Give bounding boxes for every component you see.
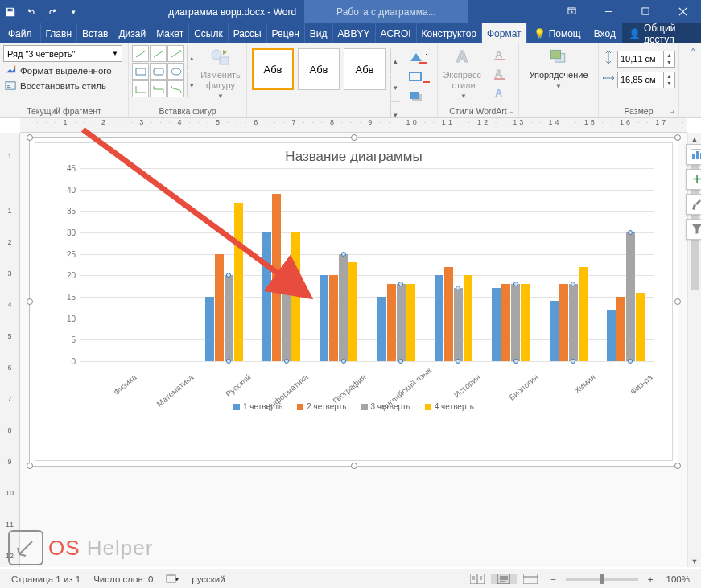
svg-rect-3 xyxy=(6,82,15,89)
chart-title[interactable]: Название диаграммы xyxy=(35,143,672,168)
tab-acroi[interactable]: ACROI xyxy=(376,23,417,43)
svg-text:A: A xyxy=(495,48,503,60)
horizontal-ruler[interactable]: · · · 1 · · · 2 · · · 3 · · · 4 · · · 5 … xyxy=(20,118,687,133)
page-indicator[interactable]: Страница 1 из 1 xyxy=(5,574,87,584)
tab-макет[interactable]: Макет xyxy=(151,23,189,43)
shape-fill-icon[interactable] xyxy=(406,50,432,66)
ribbon: Ряд "3 четверть"▼ Формат выделенного Вос… xyxy=(0,43,701,118)
shape-style-preset[interactable]: Абв xyxy=(344,48,386,90)
svg-point-2 xyxy=(14,66,15,68)
svg-rect-11 xyxy=(423,81,430,83)
tab-abbyy[interactable]: ABBYY xyxy=(333,23,376,43)
read-mode-icon[interactable] xyxy=(464,574,491,584)
svg-rect-10 xyxy=(410,72,421,80)
arrange-button[interactable]: Упорядочение▼ xyxy=(522,45,595,92)
svg-rect-26 xyxy=(167,575,175,582)
shape-style-preset[interactable]: Абв xyxy=(252,48,294,90)
tab-встав[interactable]: Встав xyxy=(77,23,113,43)
ribbon-options-icon[interactable] xyxy=(553,0,590,23)
maximize-icon[interactable] xyxy=(627,0,664,23)
tab-конструктор[interactable]: Конструктор xyxy=(417,23,482,43)
zoom-out-icon[interactable]: − xyxy=(544,574,563,584)
change-shape-icon xyxy=(210,47,231,68)
language-indicator[interactable]: русский xyxy=(185,574,231,584)
letter-a-icon: A xyxy=(453,47,474,68)
document-title: диаграмма ворд.docx - Word xyxy=(168,6,296,18)
watermark-logo: OS Helper xyxy=(8,530,153,565)
collapse-ribbon-icon[interactable]: ˄ xyxy=(679,43,701,117)
svg-rect-5 xyxy=(154,68,163,75)
titlebar: ▾ диаграмма ворд.docx - Word Работа с ди… xyxy=(0,0,701,23)
ribbon-tabs: Файл ГлавнВставДизайМакетСсылкРассыРецен… xyxy=(0,23,701,43)
tab-рассы[interactable]: Рассы xyxy=(229,23,267,43)
tab-file[interactable]: Файл xyxy=(0,23,41,43)
reset-style-button[interactable]: Восстановить стиль xyxy=(3,79,108,93)
person-icon: 👤 xyxy=(629,28,641,39)
width-icon xyxy=(602,71,615,88)
share-button[interactable]: 👤Общий доступ xyxy=(622,23,701,43)
close-icon[interactable] xyxy=(664,0,701,23)
web-layout-icon[interactable] xyxy=(517,574,544,584)
text-outline-icon: A xyxy=(489,66,515,82)
tab-формат[interactable]: Формат xyxy=(482,23,527,43)
svg-rect-23 xyxy=(696,151,699,159)
svg-rect-21 xyxy=(550,50,560,58)
svg-text:A: A xyxy=(456,48,468,66)
format-selection-button[interactable]: Формат выделенного xyxy=(3,64,113,77)
svg-rect-1 xyxy=(641,8,648,14)
change-shape-button: Изменить фигуру▼ xyxy=(198,45,243,101)
svg-rect-22 xyxy=(692,154,695,159)
svg-rect-16 xyxy=(494,59,505,60)
sign-in[interactable]: Вход xyxy=(588,28,622,39)
height-input[interactable]: 10,11 см▲▼ xyxy=(617,51,675,68)
chart-legend[interactable]: 1 четверть2 четверть3 четверть4 четверть xyxy=(35,402,672,411)
arrange-icon xyxy=(548,47,569,68)
redo-icon[interactable] xyxy=(43,2,62,22)
zoom-in-icon[interactable]: + xyxy=(641,574,660,584)
tab-главн[interactable]: Главн xyxy=(41,23,78,43)
tab-ссылк[interactable]: Ссылк xyxy=(189,23,229,43)
qa-customize-icon[interactable]: ▾ xyxy=(64,2,83,22)
text-fill-icon: A xyxy=(489,47,515,63)
chart-add-element-icon[interactable]: + xyxy=(686,169,701,190)
height-icon xyxy=(602,50,615,68)
zoom-slider[interactable] xyxy=(566,578,638,581)
svg-rect-4 xyxy=(136,68,146,75)
chart-styles-icon[interactable] xyxy=(686,194,701,215)
chart-layouts-icon[interactable] xyxy=(686,144,701,165)
svg-point-6 xyxy=(171,68,181,75)
shape-gallery[interactable] xyxy=(132,45,184,97)
tab-дизай[interactable]: Дизай xyxy=(113,23,151,43)
shape-effects-icon[interactable] xyxy=(406,88,432,105)
contextual-tab-title: Работа с диаграмма... xyxy=(304,0,468,23)
tab-вид[interactable]: Вид xyxy=(305,23,333,43)
svg-text:A: A xyxy=(495,87,503,99)
word-count[interactable]: Число слов: 0 xyxy=(87,574,159,584)
svg-rect-13 xyxy=(410,92,419,99)
spellcheck-icon[interactable] xyxy=(159,574,185,585)
svg-rect-8 xyxy=(220,57,229,64)
statusbar: Страница 1 из 1 Число слов: 0 русский − … xyxy=(0,569,701,588)
shape-outline-icon[interactable] xyxy=(406,69,432,85)
print-layout-icon[interactable] xyxy=(491,574,517,584)
width-input[interactable]: 16,85 см▲▼ xyxy=(617,72,675,88)
group-label: Текущий фрагмент xyxy=(3,105,125,117)
svg-rect-29 xyxy=(523,574,538,584)
save-icon[interactable] xyxy=(1,2,20,22)
chart-object[interactable]: Название диаграммы 051015202530354045 Фи… xyxy=(29,137,678,467)
shape-style-preset[interactable]: Абв xyxy=(298,48,340,90)
bulb-icon: 💡 xyxy=(534,28,546,39)
chart-filter-icon[interactable] xyxy=(686,219,701,240)
svg-text:A: A xyxy=(495,68,503,80)
wordart-quick-styles: A Экспресс-стили▼ xyxy=(441,45,486,101)
tell-me[interactable]: 💡Помощ xyxy=(527,28,588,39)
chart-plot-area[interactable]: 051015202530354045 xyxy=(80,168,654,361)
minimize-icon[interactable] xyxy=(590,0,627,23)
chart-element-selector[interactable]: Ряд "3 четверть"▼ xyxy=(3,45,122,62)
svg-rect-18 xyxy=(494,78,505,80)
vertical-ruler[interactable]: 1123456789101112 xyxy=(0,133,20,567)
tab-рецен[interactable]: Рецен xyxy=(267,23,305,43)
text-effects-icon: A xyxy=(489,85,515,101)
zoom-level[interactable]: 100% xyxy=(660,574,696,584)
undo-icon[interactable] xyxy=(22,2,41,22)
